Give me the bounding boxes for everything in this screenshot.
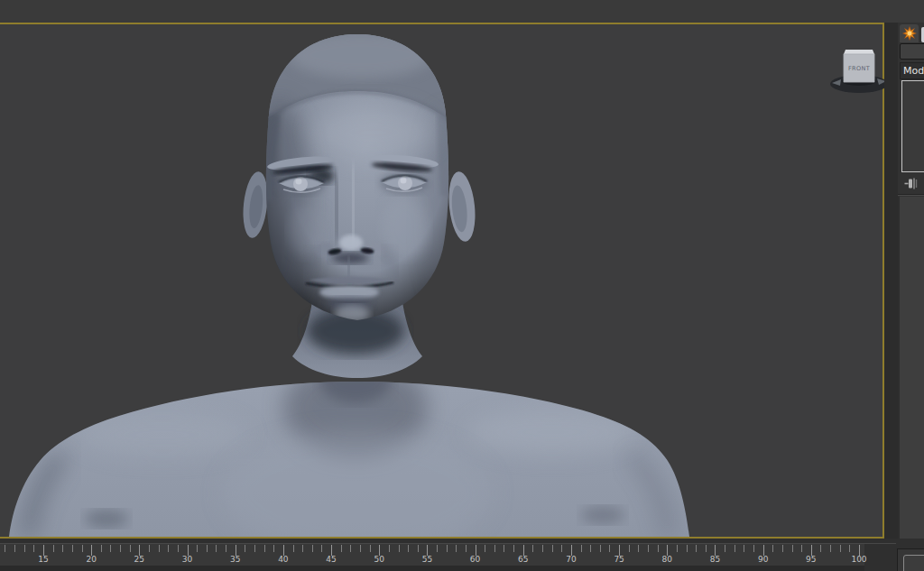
frame-tick[interactable]: [830, 545, 831, 552]
frame-tick[interactable]: [753, 545, 754, 552]
modifier-list-dropdown[interactable]: Modifier List: [900, 62, 924, 79]
object-name-field[interactable]: [900, 43, 924, 60]
frame-tick[interactable]: [609, 545, 610, 552]
frame-tick[interactable]: [360, 545, 361, 552]
frame-tick[interactable]: [744, 545, 744, 552]
frame-tick[interactable]: [581, 545, 582, 552]
viewport-panel-gap: [884, 23, 898, 539]
frame-tick[interactable]: [600, 545, 601, 552]
frame-number-label: 50: [365, 555, 393, 564]
pin-stack-icon[interactable]: [904, 178, 918, 189]
frame-tick[interactable]: [648, 545, 649, 552]
frame-tick[interactable]: [494, 545, 495, 552]
frame-tick[interactable]: [706, 545, 707, 552]
frame-tick[interactable]: [466, 545, 467, 552]
frame-tick[interactable]: [350, 545, 351, 552]
frame-tick[interactable]: [14, 545, 15, 552]
frame-tick[interactable]: [504, 545, 504, 552]
frame-tick[interactable]: [399, 545, 400, 552]
frame-tick[interactable]: [638, 545, 639, 552]
frame-tick[interactable]: [130, 545, 131, 552]
frame-tick[interactable]: [513, 545, 514, 552]
frame-tick[interactable]: [658, 545, 659, 552]
frame-tick[interactable]: [82, 545, 83, 552]
frame-tick[interactable]: [33, 545, 34, 552]
frame-tick[interactable]: [485, 545, 485, 552]
frame-tick[interactable]: [552, 545, 553, 552]
frame-tick[interactable]: [447, 545, 448, 552]
frame-tick[interactable]: [389, 545, 390, 552]
frame-tick[interactable]: [437, 545, 438, 552]
frame-tick[interactable]: [561, 545, 562, 552]
frame-number-label: 40: [270, 555, 297, 564]
rollout-area: [898, 197, 924, 539]
create-tab-button[interactable]: [900, 24, 919, 42]
frame-tick[interactable]: [735, 545, 735, 552]
active-viewport[interactable]: FRONT: [0, 23, 884, 539]
frame-tick[interactable]: [696, 545, 697, 552]
frame-tick[interactable]: [725, 545, 725, 552]
frame-tick[interactable]: [62, 545, 63, 552]
frame-tick[interactable]: [801, 545, 802, 552]
frame-tick[interactable]: [629, 545, 630, 552]
modifier-stack-toolbar: [898, 174, 924, 193]
frame-tick[interactable]: [53, 545, 54, 552]
frame-tick[interactable]: [149, 545, 150, 552]
frame-tick[interactable]: [542, 545, 543, 552]
frame-number-label: 90: [750, 555, 777, 564]
command-panel: Modifier List: [898, 23, 924, 539]
frame-tick[interactable]: [264, 545, 265, 552]
corner-button[interactable]: [903, 555, 924, 571]
frame-number-label: 20: [78, 555, 105, 564]
frame-tick[interactable]: [590, 545, 591, 552]
modifier-stack-list[interactable]: [901, 80, 924, 172]
frame-tick[interactable]: [178, 545, 179, 552]
frame-tick[interactable]: [782, 545, 783, 552]
frame-tick[interactable]: [207, 545, 208, 552]
frame-tick[interactable]: [254, 545, 255, 552]
frame-tick[interactable]: [110, 545, 111, 552]
frame-tick[interactable]: [120, 545, 121, 552]
frame-tick[interactable]: [159, 545, 160, 552]
create-sunburst-icon: [902, 26, 917, 41]
frame-tick[interactable]: [101, 545, 102, 552]
frame-tick[interactable]: [321, 545, 322, 552]
frame-number-label: 65: [510, 555, 537, 564]
frame-tick[interactable]: [370, 545, 371, 552]
application-window: FRONT Modifier List 15: [0, 0, 924, 571]
frame-tick[interactable]: [24, 545, 25, 552]
frame-number-label: 30: [174, 555, 201, 564]
frame-tick[interactable]: [792, 545, 793, 552]
frame-tick[interactable]: [226, 545, 226, 552]
frame-tick[interactable]: [168, 545, 169, 552]
frame-tick[interactable]: [677, 545, 678, 552]
frame-tick[interactable]: [772, 545, 773, 552]
frame-tick[interactable]: [532, 545, 533, 552]
frame-number-label: 85: [701, 555, 728, 564]
viewcube-top-face[interactable]: [844, 50, 874, 54]
track-bar: 1520253035404550556065707580859095100: [0, 539, 924, 571]
frame-tick[interactable]: [341, 545, 342, 552]
frame-tick[interactable]: [293, 545, 294, 552]
frame-tick[interactable]: [849, 545, 850, 552]
frame-tick[interactable]: [216, 545, 217, 552]
frame-tick[interactable]: [5, 545, 5, 552]
frame-number-label: 45: [318, 555, 345, 564]
frame-number-label: 55: [413, 555, 440, 564]
frame-tick[interactable]: [245, 545, 245, 552]
frame-tick[interactable]: [273, 545, 274, 552]
frame-tick[interactable]: [840, 545, 841, 552]
viewcube-front-label[interactable]: FRONT: [848, 65, 870, 72]
bust-model[interactable]: [0, 24, 882, 537]
frame-tick[interactable]: [456, 545, 457, 552]
frame-tick[interactable]: [302, 545, 303, 552]
frame-number-label: 75: [605, 555, 633, 564]
timeline-ruler[interactable]: 1520253035404550556065707580859095100: [0, 544, 864, 566]
frame-tick[interactable]: [687, 545, 688, 552]
frame-tick[interactable]: [72, 545, 73, 552]
frame-tick[interactable]: [312, 545, 313, 552]
frame-tick[interactable]: [418, 545, 419, 552]
frame-tick[interactable]: [820, 545, 821, 552]
frame-tick[interactable]: [197, 545, 198, 552]
frame-tick[interactable]: [408, 545, 409, 552]
